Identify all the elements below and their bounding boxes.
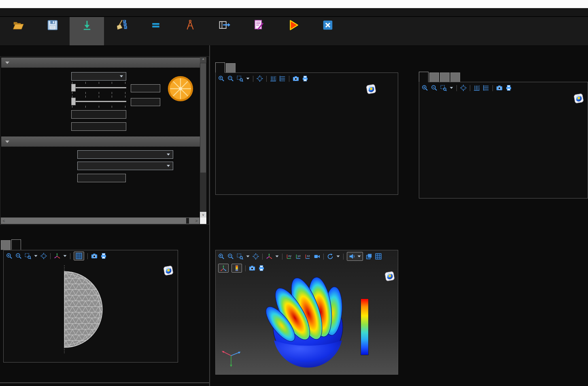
zoom-in-icon[interactable] [218, 253, 225, 260]
geometry-mesh-tabs [1, 239, 22, 250]
delivery-air-parameters-header[interactable] [1, 136, 200, 147]
exit-application-button[interactable] [310, 17, 345, 45]
tab-remaining-quality[interactable] [429, 73, 439, 82]
tab-geometry[interactable] [1, 240, 11, 250]
air-temperature-value-input[interactable] [77, 174, 126, 182]
sensor-plot-panel [215, 73, 398, 195]
zoom-out-icon[interactable] [227, 253, 234, 260]
zoom-out-icon[interactable] [431, 85, 437, 91]
panel-splitter[interactable] [0, 382, 209, 383]
caret-down-icon[interactable] [336, 255, 340, 258]
slider-track[interactable] [71, 87, 126, 88]
zoom-box-icon[interactable] [440, 85, 447, 91]
initial-quality-input[interactable] [71, 122, 126, 131]
zoom-box-icon[interactable] [237, 75, 243, 82]
mesh-plot-canvas[interactable] [4, 261, 178, 362]
mesh-toggle-icon[interactable] [375, 253, 382, 260]
mass-loss-plot-canvas [420, 92, 588, 198]
scrollbar-thumb[interactable] [186, 218, 189, 224]
tab-air-relative-humidity[interactable] [226, 63, 236, 73]
y-axis-grid-icon[interactable] [279, 75, 286, 82]
clear-all-solutions-button[interactable] [104, 17, 138, 45]
zoom-box-icon[interactable] [25, 253, 31, 259]
view-xz-icon[interactable] [304, 253, 311, 260]
zoom-box-icon[interactable] [237, 253, 243, 260]
create-report-button[interactable] [242, 17, 276, 45]
fruit-radius-slider[interactable] [71, 95, 126, 109]
view-xy-icon[interactable] [286, 253, 292, 260]
initial-fruit-temperature-input[interactable] [71, 110, 126, 119]
print-icon[interactable] [302, 75, 308, 82]
caret-down-icon[interactable] [34, 255, 38, 257]
scroll-left-arrow[interactable]: < [1, 218, 7, 224]
app-window: ^ v < > [0, 0, 588, 386]
scroll-down-arrow[interactable]: v [200, 212, 206, 218]
camera-icon[interactable] [496, 85, 503, 91]
caret-down-icon[interactable] [246, 255, 250, 258]
caret-down-icon[interactable] [63, 255, 67, 257]
tab-mass-loss[interactable] [419, 72, 429, 82]
compute-button[interactable] [138, 17, 173, 45]
axis-triad-toggle[interactable] [218, 264, 229, 273]
zoom-in-icon[interactable] [218, 75, 225, 82]
main-toolbar [0, 17, 588, 46]
slider-ticks [72, 106, 125, 108]
fruit-radius-value[interactable] [131, 98, 160, 106]
vertical-scrollbar[interactable]: ^ v [200, 57, 206, 218]
zoom-extents-icon[interactable] [40, 253, 47, 259]
color-legend-toggle-icon [234, 265, 240, 271]
exit-x-icon [322, 19, 334, 31]
slider-thumb[interactable] [71, 98, 76, 105]
fruit-peel-thickness-value[interactable] [131, 84, 160, 92]
horizontal-scrollbar[interactable]: < > [1, 218, 200, 224]
mesh-toggle-button[interactable] [74, 252, 84, 260]
fruit-3d-view[interactable] [240, 271, 357, 368]
scene-light-button[interactable] [347, 252, 363, 261]
fruit-type-dropdown[interactable] [71, 72, 126, 81]
slider-track[interactable] [71, 101, 126, 102]
product-parameters-header[interactable] [1, 58, 200, 68]
scrollbar-thumb[interactable] [200, 63, 206, 173]
scroll-up-arrow[interactable]: ^ [200, 57, 206, 63]
view-yz-icon[interactable] [295, 253, 301, 260]
save-application-button[interactable] [35, 17, 70, 45]
fruit-peel-thickness-slider[interactable] [71, 81, 126, 95]
tab-air-temperature[interactable] [215, 62, 225, 73]
zoom-extents-icon[interactable] [460, 85, 467, 91]
camera-icon[interactable] [91, 253, 98, 259]
zoom-extents-icon[interactable] [257, 75, 263, 82]
open-file-button[interactable] [1, 17, 35, 45]
play-button[interactable] [276, 17, 310, 45]
zoom-out-icon[interactable] [15, 253, 22, 259]
axis-orientation-icon[interactable] [266, 253, 272, 260]
scroll-right-arrow[interactable]: > [193, 218, 200, 224]
slider-thumb[interactable] [71, 84, 76, 92]
geometry-button[interactable] [173, 17, 207, 45]
transparency-icon[interactable] [366, 253, 372, 260]
caret-down-icon[interactable] [275, 255, 279, 258]
y-axis-grid-icon[interactable] [483, 85, 489, 91]
x-axis-grid-icon[interactable] [473, 85, 480, 91]
camera-icon[interactable] [293, 75, 299, 82]
volumetric-flow-rate-dropdown[interactable] [77, 150, 173, 159]
column-divider[interactable] [209, 45, 210, 386]
actionable-tabs [419, 72, 461, 82]
print-icon[interactable] [100, 253, 107, 259]
tab-mesh[interactable] [11, 239, 21, 250]
delivery-air-temperature-dropdown[interactable] [77, 162, 173, 170]
caret-down-icon[interactable] [450, 87, 453, 89]
export-table-button[interactable] [207, 17, 242, 45]
tab-condensation[interactable] [440, 73, 450, 82]
zoom-in-icon[interactable] [422, 85, 428, 91]
rotate-icon[interactable] [327, 253, 333, 260]
zoom-out-icon[interactable] [227, 75, 234, 82]
tab-core-fruit-temperature[interactable] [450, 73, 460, 82]
zoom-extents-icon[interactable] [253, 253, 259, 260]
print-icon[interactable] [505, 85, 512, 91]
axis-orientation-icon[interactable] [54, 253, 60, 259]
caret-down-icon[interactable] [246, 77, 250, 80]
x-axis-grid-icon[interactable] [270, 75, 276, 82]
zoom-in-icon[interactable] [6, 253, 13, 259]
save-file-as-button[interactable] [70, 17, 104, 45]
fly-view-icon[interactable] [314, 253, 320, 260]
